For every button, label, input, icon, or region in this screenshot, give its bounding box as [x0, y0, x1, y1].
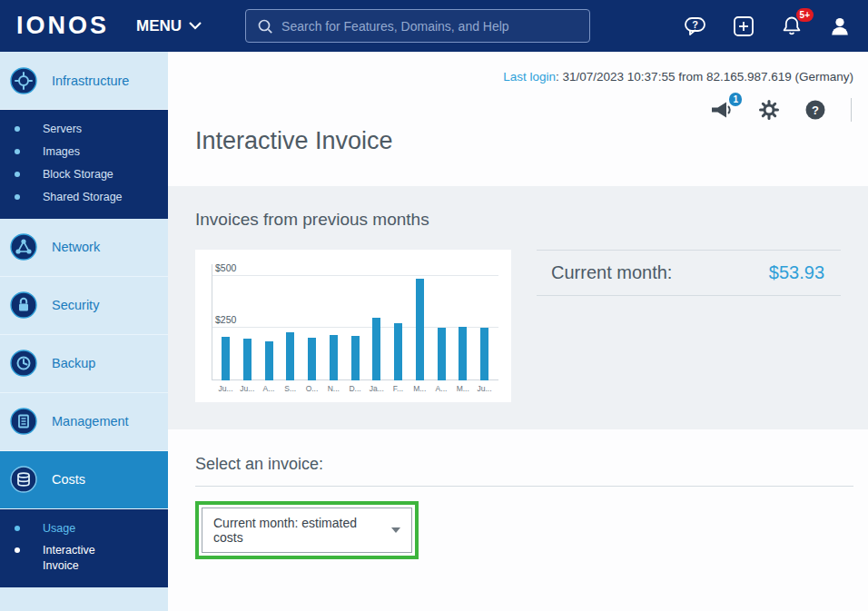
menu-label: MENU	[136, 17, 182, 35]
menu-button[interactable]: MENU	[136, 17, 202, 35]
chart-bar	[372, 318, 380, 380]
sidebar-item-security[interactable]: Security	[0, 277, 168, 335]
chart-x-label: N...	[328, 384, 340, 395]
chart-bar-group: A...	[260, 264, 279, 395]
chart-bar	[351, 336, 360, 380]
chevron-down-icon	[189, 22, 202, 30]
invoices-bar-chart: $500 $250 Ju...Ju...A...S...O...N...D...…	[195, 250, 511, 402]
sidebar-item-label: Infrastructure	[52, 74, 129, 88]
chart-plot: Ju...Ju...A...S...O...N...D...Ja...F...M…	[212, 264, 498, 395]
sidebar-item-management[interactable]: Management	[0, 393, 168, 451]
navbar-icons: ? 5+	[683, 15, 852, 38]
notifications-bell-icon[interactable]: 5+	[780, 15, 804, 38]
chart-bar-group: Ju...	[475, 264, 494, 395]
chart-bar-group: Ju...	[238, 264, 257, 395]
chart-bar-group: F...	[389, 264, 408, 395]
page-title: Interactive Invoice	[168, 122, 868, 155]
current-month-value: $53.93	[769, 262, 824, 283]
settings-gear-icon[interactable]	[758, 99, 780, 121]
last-login-text: : 31/07/2023 10:37:55 from 82.165.987.61…	[556, 70, 853, 84]
user-account-icon[interactable]	[828, 15, 852, 38]
chart-x-label: Ju...	[240, 384, 254, 395]
main-content: Last login: 31/07/2023 10:37:55 from 82.…	[168, 52, 868, 611]
chart-x-label: A...	[436, 384, 448, 395]
infrastructure-subnav: Servers Images Block Storage Shared Stor…	[0, 110, 168, 219]
chart-bar	[265, 341, 273, 380]
chart-bar	[330, 335, 338, 380]
network-icon	[9, 232, 38, 261]
sidebar-item-label: Costs	[52, 472, 85, 487]
bullet-icon	[15, 126, 20, 132]
select-invoice-section: Select an invoice: Current month: estima…	[168, 429, 868, 559]
annotation-highlight: Current month: estimated costs	[195, 501, 419, 559]
infrastructure-icon	[9, 66, 38, 95]
chart-x-label: M...	[457, 384, 469, 395]
search-bar[interactable]	[245, 9, 590, 43]
sidebar-subitem-usage[interactable]: Usage	[0, 517, 168, 540]
sidebar-subitem-block-storage[interactable]: Block Storage	[0, 163, 168, 186]
page-toolbar: 1 ?	[168, 84, 868, 122]
svg-text:?: ?	[812, 103, 819, 117]
sidebar-item-label: Management	[52, 414, 129, 429]
invoice-select-value: Current month: estimated costs	[213, 516, 384, 545]
chart-bar-group: A...	[432, 264, 451, 395]
chart-x-label: A...	[263, 384, 275, 395]
last-login-link[interactable]: Last login	[503, 70, 556, 84]
chart-bar	[222, 337, 230, 380]
chart-bar-group: M...	[410, 264, 429, 395]
chart-bar-group: N...	[324, 264, 343, 395]
toolbar-divider	[851, 98, 852, 122]
chart-bar	[308, 338, 316, 380]
megaphone-badge: 1	[729, 93, 742, 106]
sidebar-item-backup[interactable]: Backup	[0, 335, 168, 393]
top-navbar: IONOS MENU ? 5+	[0, 0, 868, 52]
sidebar-item-network[interactable]: Network	[0, 219, 168, 277]
chart-x-label: O...	[306, 384, 319, 395]
chart-bar-group: Ja...	[367, 264, 386, 395]
search-icon	[257, 18, 273, 34]
add-panel-icon[interactable]	[732, 15, 755, 38]
chart-bar	[480, 328, 488, 380]
invoice-select-dropdown[interactable]: Current month: estimated costs	[202, 508, 412, 553]
sidebar-subitem-servers[interactable]: Servers	[0, 118, 168, 141]
sidebar-subitem-shared-storage[interactable]: Shared Storage	[0, 186, 168, 209]
sidebar-item-costs[interactable]: Costs	[0, 451, 168, 509]
sidebar-item-label: Network	[52, 240, 100, 254]
chart-bar	[394, 323, 402, 380]
chart-x-label: Ja...	[370, 384, 384, 395]
chart-x-label: Ju...	[477, 384, 491, 395]
sidebar-item-infrastructure[interactable]: Infrastructure	[0, 52, 168, 110]
backup-clock-icon	[9, 349, 38, 378]
caret-down-icon	[391, 527, 400, 533]
costs-coins-icon	[9, 465, 38, 494]
chart-x-label: Ju...	[218, 384, 232, 395]
chart-bar-group: S...	[281, 264, 300, 395]
help-circle-icon[interactable]: ?	[804, 99, 826, 121]
chart-bar-group: Ju...	[216, 264, 235, 395]
chart-x-label: M...	[413, 384, 426, 395]
chart-bar-group: M...	[453, 264, 472, 395]
invoices-panel: Invoices from previous months $500 $250 …	[168, 186, 868, 429]
sidebar: Infrastructure Servers Images Block Stor…	[0, 52, 168, 611]
sidebar-item-label: Security	[52, 298, 99, 312]
svg-text:?: ?	[692, 19, 698, 30]
sidebar-subitem-images[interactable]: Images	[0, 141, 168, 163]
sidebar-item-label: Backup	[52, 356, 95, 370]
bullet-icon	[15, 172, 20, 177]
costs-subnav: Usage Interactive Invoice	[0, 509, 168, 588]
management-document-icon	[9, 407, 38, 436]
select-invoice-heading: Select an invoice:	[195, 455, 853, 487]
sidebar-subitem-interactive-invoice[interactable]: Interactive Invoice	[0, 539, 168, 577]
bullet-icon	[15, 149, 20, 154]
ionos-logo[interactable]: IONOS	[16, 12, 109, 40]
chart-bar	[286, 332, 294, 380]
current-month-row: Current month: $53.93	[537, 250, 841, 296]
search-input[interactable]	[281, 19, 578, 34]
announcements-megaphone-icon[interactable]: 1	[709, 99, 734, 121]
current-month-label: Current month:	[551, 262, 672, 283]
help-chat-icon[interactable]: ?	[683, 15, 707, 38]
chart-bar	[438, 328, 446, 380]
chart-bar	[459, 327, 467, 380]
last-login-bar: Last login: 31/07/2023 10:37:55 from 82.…	[168, 52, 868, 84]
app-root: IONOS MENU ? 5+	[0, 0, 868, 611]
